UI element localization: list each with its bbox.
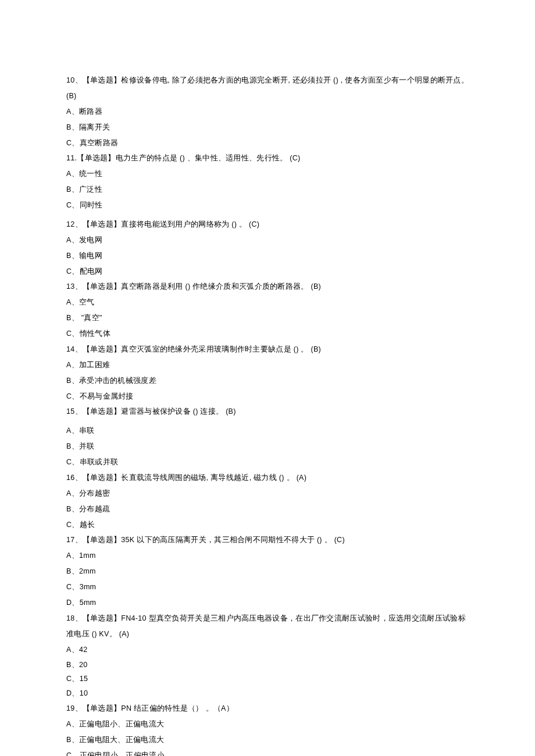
option-15a: A、串联: [66, 423, 469, 439]
option-11b: B、广泛性: [66, 182, 469, 198]
document-content: 10、【单选题】检修设备停电, 除了必须把各方面的电源完全断开, 还必须拉开 (…: [66, 73, 469, 756]
option-10a: A、断路器: [66, 104, 469, 120]
option-13a: A、空气: [66, 295, 469, 310]
option-16b: B、分布越疏: [66, 501, 469, 517]
option-19a: A、正偏电阻小、正偏电流大: [66, 716, 469, 732]
option-12b: B、输电网: [66, 248, 469, 264]
question-10: 10、【单选题】检修设备停电, 除了必须把各方面的电源完全断开, 还必须拉开 (…: [66, 73, 469, 104]
question-13: 13、【单选题】真空断路器是利用 () 作绝缘介质和灭弧介质的断路器。 (B): [66, 279, 469, 295]
option-17a: A、1mm: [66, 548, 469, 564]
option-16a: A、分布越密: [66, 486, 469, 501]
question-19: 19、【单选题】PN 结正偏的特性是（） 。（A）: [66, 701, 469, 716]
option-18c: C、15: [66, 673, 469, 685]
option-11c: C、同时性: [66, 198, 469, 213]
option-19c: C、正偏电阻小、正偏电流小: [66, 748, 469, 756]
option-14b: B、承受冲击的机械强度差: [66, 373, 469, 389]
option-12a: A、发电网: [66, 232, 469, 248]
option-14a: A、加工困难: [66, 357, 469, 373]
question-14: 14、【单选题】真空灭弧室的绝缘外壳采用玻璃制作时主要缺点是 () 。 (B): [66, 342, 469, 357]
option-12c: C、配电网: [66, 264, 469, 280]
option-15b: B、并联: [66, 439, 469, 454]
option-18d: D、10: [66, 686, 469, 701]
question-15: 15、【单选题】避雷器与被保护设备 () 连接。 (B): [66, 404, 469, 420]
option-13b: B、 "真空": [66, 310, 469, 326]
option-17b: B、2mm: [66, 564, 469, 579]
question-17: 17、【单选题】35K 以下的高压隔离开关，其三相合闸不同期性不得大于 () 。…: [66, 532, 469, 548]
option-13c: C、惰性气体: [66, 326, 469, 342]
option-16c: C、越长: [66, 517, 469, 533]
option-18a: A、42: [66, 642, 469, 658]
option-18b: B、20: [66, 657, 469, 673]
option-14c: C、不易与金属封接: [66, 389, 469, 404]
question-12: 12、【单选题】直接将电能送到用户的网络称为 () 。 (C): [66, 217, 469, 232]
option-19b: B、正偏电阻大、正偏电流大: [66, 732, 469, 748]
question-11: 11.【单选题】电力生产的特点是 () 、集中性、适用性、先行性。 (C): [66, 151, 469, 166]
option-10b: B、隔离开关: [66, 120, 469, 135]
option-17d: D、5mm: [66, 595, 469, 611]
question-18: 18、【单选题】FN4-10 型真空负荷开关是三相户内高压电器设备，在出厂作交流…: [66, 611, 469, 642]
question-16: 16、【单选题】长直载流导线周围的磁场, 离导线越近, 磁力线 () 。 (A): [66, 470, 469, 486]
option-11a: A、统一性: [66, 166, 469, 182]
option-15c: C、串联或并联: [66, 454, 469, 470]
option-10c: C、真空断路器: [66, 135, 469, 151]
option-17c: C、3mm: [66, 579, 469, 595]
